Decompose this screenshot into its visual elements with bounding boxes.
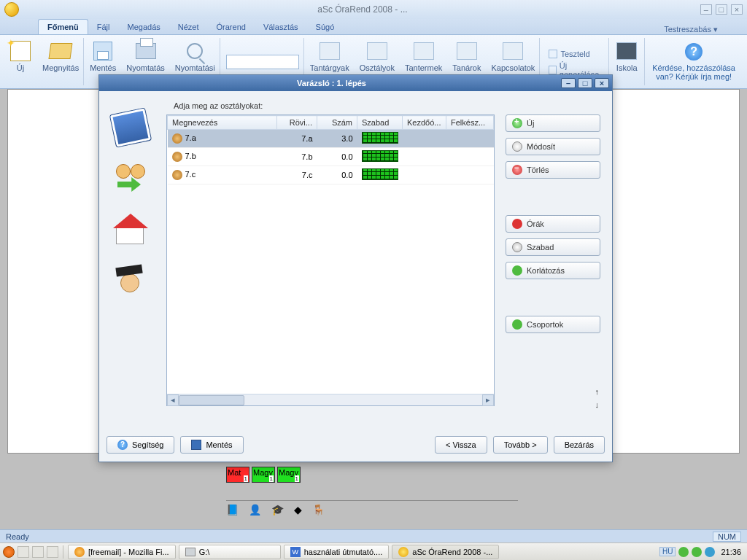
help-small-icon: ? bbox=[117, 440, 128, 450]
class-icon bbox=[172, 133, 182, 144]
scroll-track[interactable] bbox=[244, 394, 482, 405]
app-orb-icon[interactable] bbox=[4, 2, 19, 17]
tab-orarend[interactable]: Órarend bbox=[208, 20, 255, 34]
close-button[interactable]: × bbox=[731, 4, 743, 15]
modify-button[interactable]: Módosít bbox=[506, 138, 600, 155]
open-folder-icon bbox=[49, 43, 73, 59]
free-grid-icon bbox=[362, 132, 398, 144]
col-count[interactable]: Szám bbox=[317, 116, 357, 130]
os-taskbar: [freemail] - Mozilla Fi... G:\ Whasznála… bbox=[0, 542, 747, 560]
tray-icon[interactable] bbox=[692, 547, 702, 557]
firefox-icon bbox=[74, 547, 85, 557]
table-row[interactable]: 7.b 7.b 0.0 bbox=[168, 148, 494, 166]
step-teachers-icon[interactable] bbox=[113, 265, 148, 297]
free-grid-icon bbox=[362, 150, 398, 162]
ribbon-combo-input[interactable] bbox=[226, 55, 299, 69]
legend-desk-icon: 🪑 bbox=[312, 504, 325, 516]
dialog-titlebar[interactable]: Varázsló : 1. lépés – □ × bbox=[99, 75, 612, 91]
teachers-icon bbox=[457, 42, 477, 60]
minimize-button[interactable]: – bbox=[700, 4, 712, 15]
free-grid-icon bbox=[362, 168, 398, 180]
tab-valasztas[interactable]: Választás bbox=[255, 20, 307, 34]
quicklaunch-icon[interactable] bbox=[47, 546, 58, 558]
grid-hscroll[interactable]: ◂ ▸ bbox=[167, 394, 494, 405]
dialog-maximize-button[interactable]: □ bbox=[578, 78, 592, 88]
new-button[interactable]: Új bbox=[506, 114, 600, 132]
status-bar: Ready NUM bbox=[0, 529, 747, 542]
ribbon-open[interactable]: Megnyitás bbox=[38, 38, 84, 85]
ribbon-help-panel[interactable]: ? Kérdése, hozzászólásavan? Kérjük írja … bbox=[644, 38, 743, 85]
step-rooms-icon[interactable] bbox=[113, 214, 148, 246]
quicklaunch-icon[interactable] bbox=[18, 546, 29, 558]
class-grid[interactable]: Megnevezés Rövi... Szám Szabad Kezdőó...… bbox=[166, 114, 495, 406]
ribbon-school[interactable]: Iskola bbox=[611, 38, 643, 85]
save-button[interactable]: Mentés bbox=[180, 436, 243, 454]
groups-button[interactable]: Csoportok bbox=[506, 316, 600, 333]
col-start[interactable]: Kezdőó... bbox=[403, 116, 446, 130]
tab-megadas[interactable]: Megadás bbox=[119, 20, 169, 34]
col-prep[interactable]: Felkész... bbox=[446, 116, 494, 130]
tray-icon[interactable] bbox=[678, 547, 689, 557]
clock-icon bbox=[512, 242, 522, 252]
rooms-icon bbox=[414, 42, 434, 60]
col-free[interactable]: Szabad bbox=[357, 116, 403, 130]
dialog-title: Varázsló : 1. lépés bbox=[102, 79, 561, 88]
scroll-thumb[interactable] bbox=[179, 395, 244, 405]
move-up-button[interactable]: ↑ bbox=[595, 387, 600, 396]
table-row[interactable]: 7.a 7.a 3.0 bbox=[168, 130, 494, 148]
disk-icon bbox=[191, 440, 201, 450]
start-button[interactable] bbox=[3, 546, 15, 558]
help-button[interactable]: ?Segítség bbox=[107, 436, 174, 454]
new-file-icon bbox=[10, 41, 31, 61]
col-short[interactable]: Rövi... bbox=[277, 116, 317, 130]
tab-fomenu[interactable]: Főmenü bbox=[38, 19, 88, 34]
subjects-icon bbox=[320, 42, 340, 60]
asc-icon bbox=[398, 547, 409, 557]
language-indicator[interactable]: HU bbox=[659, 547, 676, 556]
back-button[interactable]: < Vissza bbox=[435, 436, 487, 454]
quicklaunch-icon[interactable] bbox=[32, 546, 44, 558]
delete-button[interactable]: Törlés bbox=[506, 161, 600, 179]
print-icon bbox=[136, 43, 156, 59]
lesson-chip-mat[interactable]: Mat1 bbox=[226, 467, 249, 483]
col-name[interactable]: Megnevezés bbox=[168, 116, 277, 130]
dialog-minimize-button[interactable]: – bbox=[561, 78, 576, 88]
step-classes-icon[interactable] bbox=[113, 163, 148, 195]
ribbon-test[interactable]: Teszteld bbox=[546, 47, 592, 61]
tab-nezet[interactable]: Nézet bbox=[169, 20, 208, 34]
tab-sugo[interactable]: Súgó bbox=[307, 20, 344, 34]
close-dialog-button[interactable]: Bezárás bbox=[554, 436, 605, 454]
word-icon: W bbox=[290, 547, 301, 557]
taskbar-clock[interactable]: 21:36 bbox=[721, 548, 741, 556]
lesson-strip-legend: 📘 👤 🎓 ◆ 🪑 bbox=[226, 500, 518, 516]
ribbon-new[interactable]: Új bbox=[4, 38, 36, 85]
class-icon bbox=[172, 170, 182, 180]
lesson-chip-magy-2[interactable]: Magy1 bbox=[277, 467, 301, 483]
taskbar-task-asc[interactable]: aSc ÓraRend 2008 -... bbox=[392, 545, 499, 559]
delete-icon bbox=[512, 165, 522, 175]
taskbar-task-drive[interactable]: G:\ bbox=[179, 545, 281, 559]
scroll-right-button[interactable]: ▸ bbox=[482, 394, 494, 406]
lessons-button[interactable]: Órák bbox=[506, 215, 600, 233]
step-subjects-icon[interactable] bbox=[110, 108, 151, 147]
legend-grad-icon: 🎓 bbox=[271, 504, 284, 516]
taskbar-task-firefox[interactable]: [freemail] - Mozilla Fi... bbox=[68, 545, 176, 559]
lesson-chip-magy-1[interactable]: Magy1 bbox=[252, 467, 275, 483]
tab-fajl[interactable]: Fájl bbox=[88, 20, 119, 34]
free-button[interactable]: Szabad bbox=[506, 238, 600, 256]
tray-icon[interactable] bbox=[705, 547, 715, 557]
generate-icon bbox=[549, 66, 556, 74]
tab-testreszabas[interactable]: Testreszabás ▾ bbox=[664, 25, 718, 34]
dialog-instruction: Adja meg az osztályokat: bbox=[174, 101, 263, 110]
move-down-button[interactable]: ↓ bbox=[595, 400, 600, 409]
taskbar-task-word[interactable]: Whasználati útmutató.... bbox=[284, 545, 390, 559]
dialog-close-button[interactable]: × bbox=[595, 78, 609, 88]
classes-icon bbox=[367, 42, 387, 60]
constraint-icon bbox=[512, 265, 522, 276]
window-controls: – □ × bbox=[699, 4, 743, 15]
scroll-left-button[interactable]: ◂ bbox=[167, 394, 179, 406]
table-row[interactable]: 7.c 7.c 0.0 bbox=[168, 166, 494, 184]
constraints-button[interactable]: Korlátozás bbox=[506, 262, 600, 279]
maximize-button[interactable]: □ bbox=[716, 4, 727, 15]
next-button[interactable]: Tovább > bbox=[493, 436, 548, 454]
